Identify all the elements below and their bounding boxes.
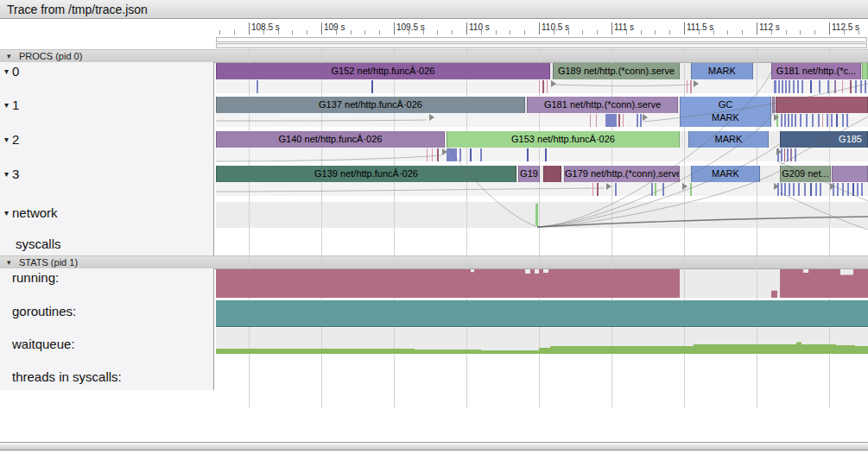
trace-span[interactable]: MARK bbox=[691, 63, 753, 79]
trace-span[interactable]: MARK bbox=[691, 166, 760, 182]
event-tick[interactable] bbox=[827, 80, 829, 93]
collapse-triangle-icon[interactable]: ▾ bbox=[4, 66, 9, 76]
event-tick[interactable] bbox=[834, 80, 836, 93]
trace-span[interactable]: G185 bbox=[780, 131, 868, 148]
event-tick[interactable] bbox=[831, 114, 833, 127]
event-tick[interactable] bbox=[257, 80, 258, 93]
stat-chart-waitqueue[interactable] bbox=[216, 328, 868, 354]
trace-span[interactable]: G19 bbox=[518, 166, 540, 182]
trace-span[interactable]: G152 net/http.funcÂ·026 bbox=[216, 63, 550, 79]
event-tick[interactable] bbox=[842, 80, 843, 93]
trace-span[interactable]: G140 net/http.funcÂ·026 bbox=[216, 131, 445, 148]
event-tick[interactable] bbox=[618, 114, 620, 127]
event-tick[interactable] bbox=[590, 114, 591, 127]
event-tick[interactable] bbox=[637, 114, 638, 127]
event-tick[interactable] bbox=[860, 80, 862, 93]
event-tick[interactable] bbox=[798, 183, 800, 196]
event-tick[interactable] bbox=[820, 183, 821, 196]
event-tick[interactable] bbox=[818, 114, 820, 127]
sidebar-row-label-0[interactable]: ▾0 bbox=[4, 64, 19, 79]
event-tick[interactable] bbox=[542, 80, 544, 93]
event-tick[interactable] bbox=[795, 148, 796, 161]
event-tick[interactable] bbox=[784, 183, 786, 196]
collapse-triangle-icon[interactable]: ▾ bbox=[4, 100, 9, 110]
event-tick[interactable] bbox=[789, 183, 790, 196]
event-tick[interactable] bbox=[855, 80, 857, 93]
event-tick[interactable] bbox=[790, 148, 792, 161]
event-tick[interactable] bbox=[480, 148, 482, 161]
event-tick[interactable] bbox=[774, 80, 776, 93]
event-tick[interactable] bbox=[535, 204, 538, 226]
event-tick[interactable] bbox=[662, 183, 664, 196]
event-tick[interactable] bbox=[815, 183, 817, 196]
timeline-canvas[interactable]: ▾0▾1▾2▾3▾networksyscallsrunning:goroutin… bbox=[0, 0, 868, 460]
event-tick[interactable] bbox=[861, 183, 863, 196]
event-tick[interactable] bbox=[527, 148, 529, 161]
event-tick[interactable] bbox=[846, 114, 848, 127]
event-tick[interactable] bbox=[791, 114, 793, 127]
event-tick[interactable] bbox=[592, 183, 593, 196]
trace-span[interactable]: G181 net/http.(*c... bbox=[771, 63, 861, 79]
event-tick[interactable] bbox=[806, 114, 808, 127]
event-tick[interactable] bbox=[781, 183, 782, 196]
event-tick[interactable] bbox=[784, 148, 785, 161]
stat-chart-running[interactable] bbox=[216, 269, 868, 298]
event-tick[interactable] bbox=[655, 183, 656, 196]
event-tick[interactable] bbox=[785, 80, 787, 93]
sidebar-row-label-2[interactable]: ▾2 bbox=[4, 132, 19, 148]
event-tick[interactable] bbox=[827, 114, 828, 127]
event-tick[interactable] bbox=[615, 183, 617, 196]
event-tick[interactable] bbox=[804, 183, 806, 196]
event-tick[interactable] bbox=[857, 183, 858, 196]
sidebar-row-label-syscalls[interactable]: syscalls bbox=[16, 236, 61, 252]
event-tick[interactable] bbox=[797, 80, 799, 93]
event-tick[interactable] bbox=[865, 80, 866, 93]
event-tick[interactable] bbox=[847, 183, 849, 196]
trace-span[interactable]: G181 net/http.(*conn).serve bbox=[527, 97, 678, 113]
event-tick[interactable] bbox=[371, 80, 373, 93]
event-tick[interactable] bbox=[822, 114, 823, 127]
event-tick[interactable] bbox=[787, 148, 789, 161]
trace-span[interactable]: G179 net/http.(*conn).serve bbox=[564, 166, 680, 182]
collapse-triangle-icon[interactable]: ▾ bbox=[4, 135, 9, 144]
event-tick[interactable] bbox=[447, 148, 457, 161]
event-tick[interactable] bbox=[432, 148, 433, 161]
trace-span[interactable]: G139 net/http.funcÂ·026 bbox=[216, 166, 516, 182]
stat-chart-goroutines[interactable] bbox=[216, 300, 868, 327]
event-tick[interactable] bbox=[812, 114, 814, 127]
event-tick[interactable] bbox=[597, 183, 599, 196]
event-tick[interactable] bbox=[687, 80, 687, 93]
event-tick[interactable] bbox=[470, 148, 472, 161]
event-tick[interactable] bbox=[789, 80, 790, 93]
trace-span[interactable]: G137 net/http.funcÂ·026 bbox=[216, 97, 525, 113]
collapse-triangle-icon[interactable]: ▾ bbox=[4, 208, 9, 217]
sidebar-row-label-1[interactable]: ▾1 bbox=[4, 98, 19, 113]
event-tick[interactable] bbox=[690, 80, 692, 93]
event-tick[interactable] bbox=[837, 183, 839, 196]
splitter-bar[interactable] bbox=[0, 442, 868, 451]
collapse-triangle-icon[interactable]: ▾ bbox=[4, 169, 9, 179]
sidebar-row-label-3[interactable]: ▾3 bbox=[4, 167, 19, 182]
trace-span[interactable] bbox=[862, 63, 868, 79]
event-tick[interactable] bbox=[788, 114, 789, 127]
sidebar-row-label-network[interactable]: ▾network bbox=[4, 205, 58, 221]
trace-span[interactable]: G153 net/http.funcÂ·026 bbox=[447, 131, 680, 148]
trace-span[interactable]: G189 net/http.(*conn).serve bbox=[553, 63, 680, 79]
trace-span[interactable] bbox=[543, 166, 561, 182]
event-tick[interactable] bbox=[640, 114, 642, 127]
event-tick[interactable] bbox=[651, 183, 653, 196]
event-tick[interactable] bbox=[690, 183, 692, 196]
trace-span[interactable]: MARK bbox=[688, 131, 769, 148]
event-tick[interactable] bbox=[782, 80, 783, 93]
trace-span[interactable]: GCMARK bbox=[680, 97, 771, 127]
event-tick[interactable] bbox=[605, 114, 617, 127]
trace-span[interactable] bbox=[776, 97, 868, 113]
event-tick[interactable] bbox=[819, 80, 820, 93]
trace-span[interactable] bbox=[772, 97, 775, 113]
event-tick[interactable] bbox=[459, 148, 461, 161]
event-tick[interactable] bbox=[545, 148, 547, 161]
event-tick[interactable] bbox=[836, 114, 838, 127]
event-tick[interactable] bbox=[547, 80, 548, 93]
event-tick[interactable] bbox=[801, 80, 803, 93]
event-tick[interactable] bbox=[596, 114, 597, 127]
